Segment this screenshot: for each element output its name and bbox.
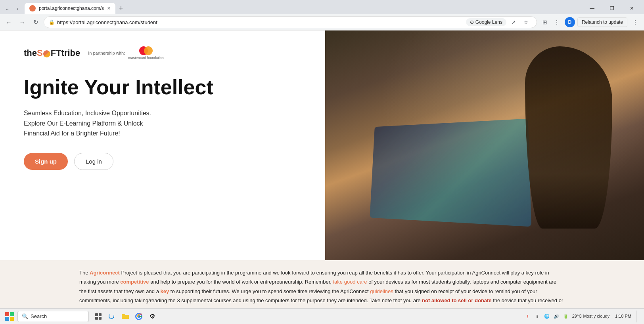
share-button[interactable]: ↗ [508,17,519,28]
url-text: https://portal.agriconnectghana.com/stud… [57,19,464,25]
tray-network-icon[interactable]: 🌐 [543,313,551,320]
taskview-button[interactable] [92,310,105,323]
partnership: In partnership with: mastercard foundati… [88,46,164,60]
info-text-part1: The [79,270,90,276]
win-logo-red [5,312,9,316]
taskbar-right: ! 🌡 🌐 🔊 🔋 29°C Mostly cloudy 1:10 PM [524,311,641,322]
svg-rect-2 [95,317,98,320]
header-logo: theSFTtribe In partnership with: masterc… [24,46,301,60]
minimize-button[interactable]: — [583,1,601,15]
tray-battery-icon[interactable]: 🔋 [562,313,570,320]
window-controls: — ❐ ✕ [583,1,641,15]
tab-controls: ⌄ ‹ [3,4,21,12]
maximize-button[interactable]: ❐ [603,1,621,15]
not-allowed-highlight: not allowed to sell or donate [422,297,492,303]
show-desktop-button[interactable] [636,311,641,322]
relaunch-button[interactable]: Relaunch to update [577,17,627,27]
new-tab-button[interactable]: + [115,3,126,14]
url-actions: ⊙ Google Lens ↗ ☆ [466,17,532,28]
hero-section: theSFTtribe In partnership with: masterc… [0,30,644,260]
svg-rect-3 [99,317,102,320]
take-good-care-link[interactable]: take good care [333,279,367,285]
chrome-icon[interactable] [132,310,145,323]
person-silhouette [525,46,612,229]
browser-chrome: ⌄ ‹ portal.agriconnectghana.com/s ✕ + — … [0,0,644,30]
weather-info: 29°C Mostly cloudy [572,314,610,318]
tab-list-button[interactable]: ⌄ [3,4,11,12]
mastercard-yellow-circle [144,46,153,55]
weather-clock-area: 29°C Mostly cloudy 1:10 PM [572,313,634,319]
login-button[interactable]: Log in [74,153,113,170]
secure-icon: 🔒 [49,19,55,25]
partnership-label: In partnership with: [88,51,125,55]
file-explorer-icon[interactable] [119,310,132,323]
active-tab[interactable]: portal.agriconnectghana.com/s ✕ [25,3,115,14]
svg-rect-0 [95,313,98,316]
logo-text-tribe: tribe [61,48,80,58]
tab-prev-button[interactable]: ‹ [13,4,21,12]
mastercard-text: mastercard foundation [128,56,164,60]
windows-logo [5,312,14,321]
hero-heading: Ignite Your Intellect [24,76,301,99]
tab-bar: ⌄ ‹ portal.agriconnectghana.com/s ✕ + — … [0,0,644,14]
tray-temp-icon[interactable]: 🌡 [533,313,541,320]
hero-image-placeholder [325,30,644,260]
toolbar-icons: ⊞ ⋮ [539,17,562,28]
browser-menu-button[interactable]: ⋮ [630,17,641,28]
page-scroll-area: theSFTtribe In partnership with: masterc… [0,30,644,324]
url-bar[interactable]: 🔒 https://portal.agriconnectghana.com/st… [44,16,537,28]
settings-icon[interactable]: ⚙ [146,310,159,323]
browser-area: theSFTtribe In partnership with: masterc… [0,30,644,324]
google-lens-button[interactable]: ⊙ Google Lens [466,18,506,26]
address-bar: ← → ↻ 🔒 https://portal.agriconnectghana.… [0,14,644,30]
start-button[interactable] [3,310,16,323]
taskbar-search-box[interactable]: 🔍 Search [17,311,89,322]
more-tools-button[interactable]: ⋮ [551,17,562,28]
tray-volume-icon[interactable]: 🔊 [552,313,560,320]
tab-title: portal.agriconnectghana.com/s [39,6,104,11]
softtribe-logo: theSFTtribe [24,48,80,58]
logo-text-the: the [24,48,37,58]
close-button[interactable]: ✕ [623,1,641,15]
google-lens-label: Google Lens [475,19,502,25]
signup-button[interactable]: Sign up [24,153,68,170]
info-text-part3: and help to prepare you for the world of… [149,279,333,285]
tray-alert-icon[interactable]: ! [524,313,532,320]
mastercard-logo: mastercard foundation [128,46,164,60]
profile-button[interactable]: D [565,17,575,27]
hero-image [325,30,644,260]
bookmark-button[interactable]: ☆ [521,17,532,28]
agriconnect-highlight: Agriconnect [90,270,120,276]
tab-favicon [29,5,36,11]
system-tray: ! 🌡 🌐 🔊 🔋 [524,313,570,320]
info-text: The Agriconnect Project is pleased that … [79,268,565,314]
hero-buttons: Sign up Log in [24,153,301,170]
edge-icon[interactable] [105,310,118,323]
taskbar-pinned-icons: ⚙ [92,310,159,323]
logo-o-circle [43,50,50,57]
system-clock[interactable]: 1:10 PM [613,313,634,319]
back-button[interactable]: ← [3,17,14,28]
svg-rect-1 [99,313,102,316]
taskbar-search-icon: 🔍 [22,313,28,319]
info-text-part5: to supporting their futures. We urge you… [169,288,370,294]
refresh-button[interactable]: ↻ [30,17,41,28]
win-logo-blue [5,317,9,321]
taskbar-search-label: Search [31,313,47,319]
hero-subtitle: Seamless Education, Inclusive Opportunit… [24,108,301,139]
taskbar: 🔍 Search [0,308,644,324]
win-logo-yellow [10,317,14,321]
key-highlight: key [161,288,169,294]
forward-button[interactable]: → [17,17,28,28]
extensions-button[interactable]: ⊞ [539,17,550,28]
guidelines-link[interactable]: guidelines [370,288,393,294]
tab-close-button[interactable]: ✕ [107,6,111,11]
competitive-highlight: competitive [120,279,149,285]
logo-text-ft: FT [51,48,61,58]
win-logo-green [10,312,14,316]
google-lens-icon: ⊙ [470,19,474,25]
laptop-screen [370,119,531,227]
hero-left: theSFTtribe In partnership with: masterc… [0,30,325,260]
